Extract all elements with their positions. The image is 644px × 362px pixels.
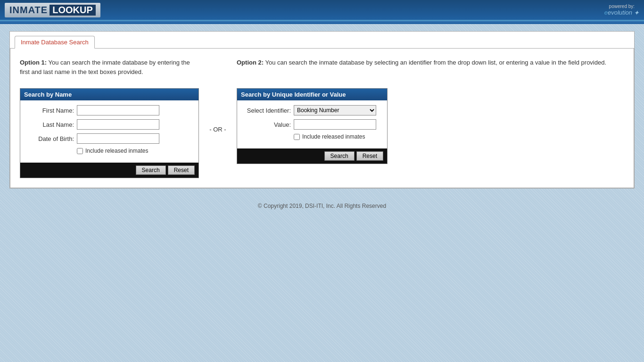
powered-by-text: powered by:: [609, 4, 635, 9]
dob-label: Date of Birth:: [25, 135, 77, 142]
search-by-name-body: First Name: Last Name: Date of Birth:: [20, 100, 198, 163]
first-name-label: First Name:: [25, 107, 77, 114]
search-by-identifier-title: Search by Unique Identifier or Value: [241, 91, 346, 98]
logo-inmate-text: INMATE: [9, 5, 48, 16]
include-released-checkbox-right[interactable]: [294, 134, 300, 140]
tab-content: Option 1: You can search the inmate data…: [10, 48, 634, 188]
first-name-row: First Name:: [25, 105, 194, 115]
tab-inmate-database-search[interactable]: Inmate Database Search: [15, 36, 95, 49]
identifier-value-input[interactable]: [294, 119, 376, 130]
dob-row: Date of Birth:: [25, 133, 194, 144]
search-by-identifier-box: Search by Unique Identifier or Value Sel…: [237, 88, 388, 164]
include-released-label-left: Include released inmates: [85, 148, 148, 154]
main-content: Inmate Database Search Option 1: You can…: [0, 24, 644, 221]
search-by-name-footer: Search Reset: [20, 163, 198, 178]
powered-by-section: powered by: e evolution ✦: [604, 4, 639, 16]
search-by-identifier-button[interactable]: Search: [324, 151, 355, 161]
value-label: Value:: [242, 121, 294, 128]
identifier-select[interactable]: Booking Number SID Number Case Number SS…: [294, 105, 376, 115]
search-by-name-section: Search by Name First Name: Last Name:: [20, 88, 199, 178]
dob-input[interactable]: [77, 133, 159, 144]
include-released-row-left: Include released inmates: [77, 148, 194, 154]
search-by-identifier-section: Search by Unique Identifier or Value Sel…: [237, 88, 388, 164]
include-released-row-right: Include released inmates: [294, 133, 382, 140]
search-by-name-header: Search by Name: [20, 89, 198, 100]
search-by-name-box: Search by Name First Name: Last Name:: [20, 88, 199, 178]
last-name-row: Last Name:: [25, 119, 194, 130]
logo-lookup-text: LOOKUP: [50, 5, 96, 16]
evolution-text: evolution: [608, 9, 632, 16]
tab-header: Inmate Database Search: [10, 32, 634, 48]
copyright-text: © Copyright 2019, DSI-ITI, Inc. All Righ…: [258, 203, 386, 209]
or-divider: - OR -: [199, 88, 237, 133]
footer: © Copyright 2019, DSI-ITI, Inc. All Righ…: [9, 198, 635, 214]
last-name-label: Last Name:: [25, 121, 77, 128]
option2-title: Option 2:: [237, 59, 264, 66]
or-text: - OR -: [209, 126, 226, 133]
evolution-icon: ✦: [634, 9, 639, 16]
select-identifier-row: Select Identifier: Booking Number SID Nu…: [242, 105, 382, 115]
option1-desc: Option 1: You can search the inmate data…: [20, 58, 199, 81]
reset-by-identifier-button[interactable]: Reset: [356, 151, 383, 161]
tab-label: Inmate Database Search: [21, 39, 89, 46]
include-released-label-right: Include released inmates: [302, 133, 365, 140]
page-header: INMATE LOOKUP powered by: e evolution ✦: [0, 0, 644, 21]
description-row: Option 1: You can search the inmate data…: [20, 58, 624, 81]
search-by-identifier-body: Select Identifier: Booking Number SID Nu…: [237, 100, 387, 148]
search-layout: Search by Name First Name: Last Name:: [20, 88, 624, 178]
search-by-identifier-header: Search by Unique Identifier or Value: [237, 89, 387, 100]
search-by-name-button[interactable]: Search: [136, 165, 166, 175]
logo: INMATE LOOKUP: [5, 3, 100, 17]
evolution-logo: e evolution ✦: [604, 9, 639, 16]
select-identifier-label: Select Identifier:: [242, 107, 294, 114]
search-by-identifier-footer: Search Reset: [237, 148, 387, 164]
value-row: Value:: [242, 119, 382, 130]
logo-area: INMATE LOOKUP: [5, 3, 100, 17]
evolution-e: e: [604, 9, 608, 16]
include-released-checkbox-left[interactable]: [77, 148, 83, 154]
search-by-name-title: Search by Name: [24, 91, 72, 98]
option2-description: You can search the inmate database by se…: [265, 59, 606, 66]
last-name-input[interactable]: [77, 119, 159, 130]
reset-by-name-button[interactable]: Reset: [168, 165, 195, 175]
option1-title: Option 1:: [20, 59, 47, 66]
tab-panel: Inmate Database Search Option 1: You can…: [9, 31, 635, 189]
first-name-input[interactable]: [77, 105, 159, 115]
option2-desc: Option 2: You can search the inmate data…: [237, 58, 624, 72]
